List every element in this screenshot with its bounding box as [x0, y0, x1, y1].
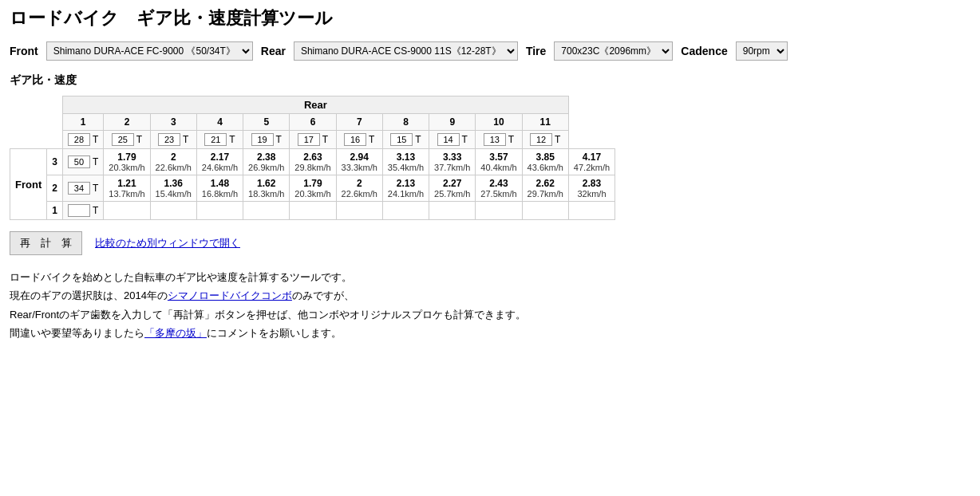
gear-cell [476, 202, 522, 220]
rear-tooth-cell: T [62, 131, 103, 149]
gear-ratio-value: 2.62 [528, 178, 563, 189]
rear-col-num: 3 [150, 114, 196, 131]
rear-tooth-input[interactable] [344, 133, 366, 146]
front-select[interactable]: Shimano DURA-ACE FC-9000 《50/34T》 [46, 41, 253, 61]
rear-tooth-input[interactable] [390, 133, 413, 146]
speed-value: 47.2km/h [574, 163, 610, 172]
tooth-label: T [460, 134, 468, 145]
speed-value: 27.5km/h [480, 189, 516, 199]
gear-cell: 4.1747.2km/h [568, 149, 614, 175]
controls-bar: Front Shimano DURA-ACE FC-9000 《50/34T》 … [10, 41, 970, 61]
gear-ratio-value: 1.36 [156, 178, 192, 189]
recalc-button[interactable]: 再 計 算 [10, 231, 82, 255]
gear-ratio-value: 2.63 [294, 152, 330, 163]
front-row-num: 2 [47, 175, 63, 202]
gear-cell [429, 202, 476, 220]
gear-cell: 3.8543.6km/h [522, 149, 568, 175]
speed-value: 26.9km/h [248, 163, 284, 172]
tooth-label: T [180, 134, 188, 145]
front-tooth-cell: T [62, 175, 103, 202]
gear-ratio-value: 2.94 [342, 152, 377, 163]
gear-ratio-value: 1.21 [109, 178, 144, 189]
gear-cell [290, 202, 336, 220]
front-tooth-input[interactable] [68, 182, 90, 195]
speed-value: 32km/h [574, 189, 610, 199]
gear-ratio-value: 3.57 [480, 152, 516, 163]
speed-value: 40.4km/h [480, 163, 516, 172]
rear-tooth-input[interactable] [298, 133, 320, 146]
rear-col-num: 5 [243, 114, 290, 131]
rear-col-num: 11 [522, 114, 568, 131]
rear-tooth-input[interactable] [251, 133, 274, 146]
gear-cell [196, 202, 243, 220]
speed-value: 13.7km/h [109, 189, 144, 199]
description-line: Rear/Frontのギア歯数を入力して「再計算」ボタンを押せば、他コンボやオリ… [10, 305, 970, 324]
compare-link[interactable]: 比較のため別ウィンドウで開く [95, 236, 240, 250]
gear-cell: 3.5740.4km/h [476, 149, 522, 175]
gear-ratio-value: 2.17 [202, 152, 238, 163]
speed-value: 18.3km/h [248, 189, 284, 199]
rear-tooth-cell: T [196, 131, 243, 149]
gear-cell: 2.3826.9km/h [243, 149, 290, 175]
speed-value: 29.8km/h [294, 163, 330, 172]
rear-tooth-cell: T [429, 131, 476, 149]
gear-ratio-value: 3.33 [434, 152, 470, 163]
rear-tooth-input[interactable] [204, 133, 227, 146]
gear-cell: 222.6km/h [336, 175, 382, 202]
rear-tooth-input[interactable] [112, 133, 134, 146]
front-row: Front3 T1.7920.3km/h222.6km/h2.1724.6km/… [10, 149, 615, 175]
rear-tooth-cell: T [104, 131, 150, 149]
rear-tooth-cell: T [476, 131, 522, 149]
speed-value: 20.3km/h [109, 163, 144, 172]
rear-tooth-cell: T [290, 131, 336, 149]
shimano-link[interactable]: シマノロードバイクコンボ [168, 289, 292, 301]
rear-tooth-input[interactable] [530, 133, 552, 146]
rear-tooth-input[interactable] [484, 133, 506, 146]
tooth-label: T [320, 134, 328, 145]
rear-select[interactable]: Shimano DURA-ACE CS-9000 11S《12-28T》 [294, 41, 518, 61]
tooth-label: T [227, 134, 235, 145]
rear-tooth-input[interactable] [68, 133, 90, 146]
gear-ratio-value: 3.13 [388, 152, 424, 163]
front-tooth-input[interactable] [68, 204, 90, 217]
tooth-label: T [274, 134, 282, 145]
gear-ratio-value: 2 [342, 178, 377, 189]
gear-table-wrapper: Rear 1234567891011 T T T T T T T T T T T… [10, 96, 970, 220]
gear-cell [243, 202, 290, 220]
gear-ratio-value: 2 [156, 152, 192, 163]
tooth-label: T [552, 134, 560, 145]
tooth-label: T [366, 134, 374, 145]
tama-link[interactable]: 「多摩の坂」 [144, 327, 207, 339]
rear-tooth-cell: T [150, 131, 196, 149]
gear-cell: 1.7920.3km/h [104, 149, 150, 175]
rear-tooth-input[interactable] [158, 133, 180, 146]
bottom-bar: 再 計 算 比較のため別ウィンドウで開く [10, 231, 970, 255]
front-label: Front [10, 149, 47, 220]
rear-col-num: 2 [104, 114, 150, 131]
tire-label: Tire [526, 45, 546, 57]
gear-ratio-value: 2.38 [248, 152, 284, 163]
front-tooth-cell: T [62, 149, 103, 175]
speed-value: 43.6km/h [528, 163, 563, 172]
rear-tooth-cell: T [522, 131, 568, 149]
speed-value: 22.6km/h [156, 163, 192, 172]
front-row-num: 1 [47, 202, 63, 220]
gear-ratio-value: 4.17 [574, 152, 610, 163]
gear-cell: 2.6329.8km/h [290, 149, 336, 175]
gear-ratio-value: 2.43 [480, 178, 516, 189]
gear-ratio-value: 1.48 [202, 178, 238, 189]
cadence-select[interactable]: 90rpm [736, 41, 788, 61]
tire-select[interactable]: 700x23C《2096mm》 [554, 41, 673, 61]
gear-ratio-value: 1.79 [109, 152, 144, 163]
speed-value: 15.4km/h [156, 189, 192, 199]
front-tooth-input[interactable] [68, 155, 90, 168]
gear-cell: 222.6km/h [150, 149, 196, 175]
tooth-label: T [90, 134, 98, 145]
front-tooth-cell: T [62, 202, 103, 220]
gear-cell [336, 202, 382, 220]
rear-col-num: 10 [476, 114, 522, 131]
rear-label: Rear [261, 45, 286, 57]
rear-tooth-input[interactable] [437, 133, 460, 146]
speed-value: 35.4km/h [388, 163, 424, 172]
rear-header: Rear [62, 96, 568, 114]
